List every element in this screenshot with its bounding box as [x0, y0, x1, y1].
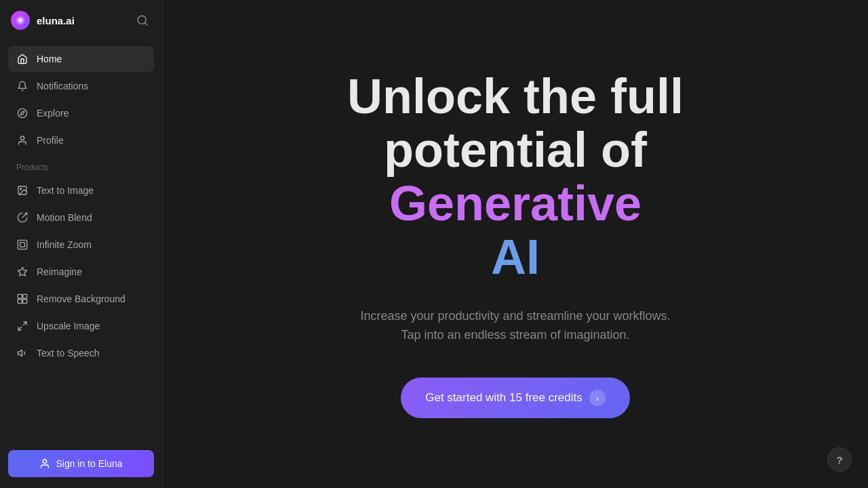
- sidebar-item-label: Notifications: [37, 81, 88, 92]
- sidebar-item-upscale-image[interactable]: Upscale Image: [8, 313, 154, 339]
- svg-line-16: [23, 322, 26, 325]
- main-content: Unlock the full potential of Generative …: [163, 0, 868, 488]
- logo[interactable]: eluna.ai: [11, 11, 75, 30]
- sidebar-item-text-to-speech[interactable]: Text to Speech: [8, 340, 154, 366]
- user-circle-icon: [39, 458, 50, 469]
- svg-rect-9: [18, 240, 26, 249]
- sidebar-item-label: Text to Speech: [37, 348, 100, 359]
- svg-line-17: [18, 327, 22, 330]
- upscale-icon: [16, 320, 28, 332]
- sign-in-button[interactable]: Sign in to Eluna: [8, 450, 154, 477]
- svg-rect-12: [18, 294, 22, 298]
- hero-title-generative: Generative: [389, 176, 642, 230]
- svg-point-8: [20, 188, 22, 190]
- svg-rect-13: [23, 294, 27, 298]
- cta-arrow-icon: ›: [589, 390, 606, 406]
- sidebar-item-label: Remove Background: [37, 293, 125, 304]
- scissors-icon: [16, 293, 28, 305]
- svg-point-19: [43, 460, 47, 463]
- sidebar-header: eluna.ai: [0, 0, 162, 41]
- home-icon: [16, 53, 28, 65]
- sidebar-item-home[interactable]: Home: [8, 46, 154, 72]
- sidebar-item-motion-blend[interactable]: Motion Blend: [8, 205, 154, 230]
- sidebar-item-label: Reimagine: [37, 266, 82, 277]
- sidebar-item-label: Text to Image: [37, 185, 94, 196]
- sidebar-item-infinite-zoom[interactable]: Infinite Zoom: [8, 232, 154, 258]
- image-icon: [16, 184, 28, 197]
- svg-line-3: [144, 22, 146, 24]
- search-icon: [136, 14, 149, 26]
- sidebar-item-profile[interactable]: Profile: [8, 127, 154, 153]
- hero-title-line2-start: potential of: [384, 123, 647, 177]
- sidebar-item-reimagine[interactable]: Reimagine: [8, 259, 154, 285]
- sidebar: eluna.ai Home: [0, 0, 163, 488]
- svg-marker-5: [20, 111, 24, 115]
- hero-title-ai: AI: [491, 230, 540, 284]
- sidebar-footer: Sign in to Eluna: [0, 439, 162, 488]
- sidebar-item-label: Motion Blend: [37, 212, 92, 223]
- sidebar-item-label: Infinite Zoom: [37, 239, 92, 250]
- hero-title-line1: Unlock the full: [347, 69, 684, 123]
- reimagine-icon: [16, 266, 28, 278]
- sidebar-item-remove-background[interactable]: Remove Background: [8, 286, 154, 312]
- svg-marker-11: [18, 267, 26, 276]
- compass-icon: [16, 107, 28, 119]
- logo-text: eluna.ai: [37, 15, 75, 26]
- svg-rect-15: [23, 300, 27, 304]
- cta-button[interactable]: Get started with 15 free credits ›: [401, 378, 630, 418]
- sidebar-item-label: Home: [37, 54, 62, 64]
- search-button[interactable]: [134, 12, 151, 29]
- bell-icon: [16, 80, 28, 92]
- hero-title: Unlock the full potential of Generative …: [258, 70, 773, 285]
- svg-rect-10: [20, 243, 25, 247]
- sidebar-item-text-to-image[interactable]: Text to Image: [8, 178, 154, 203]
- sidebar-item-label: Upscale Image: [37, 321, 100, 331]
- zoom-icon: [16, 239, 28, 251]
- sidebar-item-label: Profile: [37, 135, 64, 146]
- hero-subtitle: Increase your productivity and streamlin…: [258, 306, 773, 346]
- svg-point-6: [20, 136, 24, 140]
- sidebar-navigation: Home Notifications Explore: [0, 41, 162, 439]
- hero-subtitle-line2: Tap into an endless stream of imaginatio…: [401, 328, 629, 342]
- sidebar-item-notifications[interactable]: Notifications: [8, 73, 154, 99]
- logo-icon: [11, 11, 30, 30]
- svg-rect-14: [18, 300, 22, 304]
- hero-subtitle-line1: Increase your productivity and streamlin…: [360, 309, 670, 323]
- svg-marker-18: [18, 350, 22, 356]
- help-label: ?: [836, 454, 842, 466]
- svg-point-1: [18, 18, 22, 22]
- svg-point-4: [18, 108, 26, 117]
- products-section-label: Products: [8, 155, 154, 176]
- cta-label: Get started with 15 free credits: [425, 391, 583, 405]
- sidebar-item-explore[interactable]: Explore: [8, 100, 154, 126]
- speaker-icon: [16, 347, 28, 359]
- hero-section: Unlock the full potential of Generative …: [258, 70, 773, 418]
- motion-icon: [16, 211, 28, 224]
- sign-in-label: Sign in to Eluna: [56, 458, 122, 469]
- help-button[interactable]: ?: [827, 447, 852, 472]
- user-icon: [16, 134, 28, 146]
- sidebar-item-label: Explore: [37, 108, 68, 119]
